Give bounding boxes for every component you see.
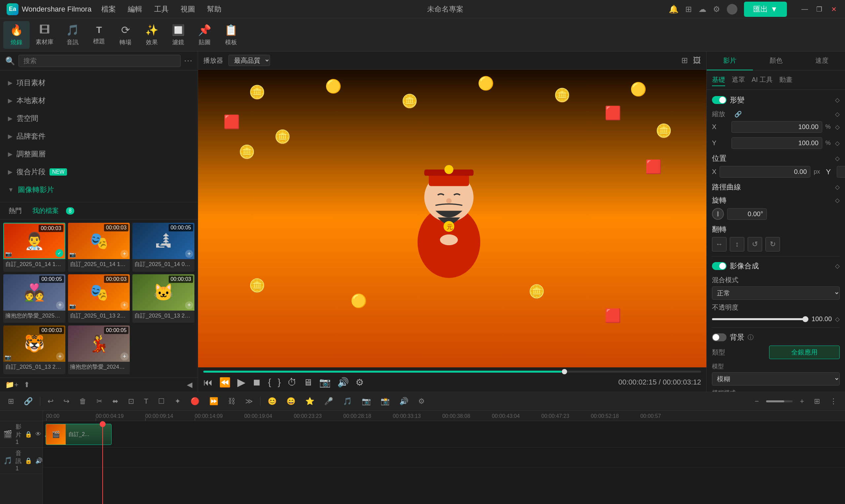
add-btn[interactable]: + xyxy=(121,353,128,360)
eye-icon[interactable]: 👁 xyxy=(35,431,41,438)
step-back-btn[interactable]: ⏪ xyxy=(219,377,231,388)
transform-keyframe-icon[interactable]: ◇ xyxy=(835,96,840,104)
rot-keyframe[interactable]: ◇ xyxy=(835,197,840,204)
toolbar-burn[interactable]: 🔥 燒錄 xyxy=(3,21,30,49)
marker-btn[interactable]: 🔴 xyxy=(188,396,202,407)
flip-vertical-btn[interactable]: ↕ xyxy=(730,237,744,252)
add-btn[interactable]: + xyxy=(121,250,128,258)
grid-view-btn[interactable]: ⊞ xyxy=(811,396,823,407)
link2-btn[interactable]: ⛓ xyxy=(226,396,238,407)
menu-help[interactable]: 幫助 xyxy=(207,4,221,14)
path-keyframe[interactable]: ◇ xyxy=(835,183,840,191)
box-btn[interactable]: ☐ xyxy=(156,396,167,407)
tab-speed[interactable]: 速度 xyxy=(799,52,845,70)
composite-toggle[interactable] xyxy=(712,262,726,270)
menu-tools[interactable]: 工具 xyxy=(154,4,169,14)
model-select[interactable]: 模糊 xyxy=(712,372,840,385)
quality-select[interactable]: 最高品質 xyxy=(229,55,270,66)
transform-toggle[interactable] xyxy=(712,96,726,104)
lock2-icon[interactable]: 🔒 xyxy=(25,457,32,464)
lock-icon[interactable]: 🔒 xyxy=(25,431,32,438)
add-btn[interactable]: + xyxy=(121,301,128,309)
audio-btn[interactable]: 🔊 xyxy=(337,377,349,388)
close-btn[interactable]: ✕ xyxy=(829,5,839,14)
media-item[interactable]: 🐱 00:00:03 + 自訂_2025_01_13 22-... xyxy=(132,274,194,323)
more-btn[interactable]: ≫ xyxy=(242,396,255,407)
face-btn[interactable]: 😊 xyxy=(265,396,279,407)
rotation-dial[interactable] xyxy=(712,208,724,220)
media-item[interactable]: 👨‍⚕️ 00:00:03 📷 ✓ 自訂_2025_01_14 11-... xyxy=(3,223,65,272)
flip-horizontal-btn[interactable]: ↔ xyxy=(712,237,726,252)
vol-btn[interactable]: 🔊 xyxy=(397,396,411,407)
text-btn[interactable]: T xyxy=(141,396,151,407)
camera2-btn[interactable]: 📷 xyxy=(359,396,373,407)
play-btn[interactable]: ▶ xyxy=(237,376,246,389)
playhead[interactable] xyxy=(102,421,103,504)
add-btn[interactable]: + xyxy=(185,301,193,309)
effects2-btn[interactable]: ✦ xyxy=(172,396,183,407)
mic-btn[interactable]: 🎤 xyxy=(322,396,336,407)
media-item[interactable]: 🎭 00:00:03 📷 + 自訂_2025_01_13 22-... xyxy=(68,274,130,323)
progress-thumb[interactable] xyxy=(562,369,567,374)
media-item[interactable]: 🏞 00:00:05 + 自訂_2025_01_14 09-... xyxy=(132,223,194,272)
export-button[interactable]: 匯出 ▼ xyxy=(744,2,787,17)
tab-compound[interactable]: ▶ 復合片段 NEW xyxy=(0,163,198,181)
zoom-out-btn[interactable]: − xyxy=(752,396,761,407)
search-input[interactable] xyxy=(18,55,181,67)
tab-video[interactable]: 影片 xyxy=(707,52,753,70)
toolbar-effects[interactable]: ✨ 效果 xyxy=(139,21,165,49)
tab-local-media[interactable]: ▶ 本地素材 xyxy=(0,92,198,110)
emoji-btn[interactable]: 😄 xyxy=(284,396,298,407)
media-item[interactable]: 🎭 00:00:03 📷 + 自訂_2025_01_14 10-... xyxy=(68,223,130,272)
toolbar-sticker[interactable]: 📌 貼圖 xyxy=(192,21,218,49)
rotation-input[interactable] xyxy=(727,208,767,220)
settings3-btn[interactable]: ⚙ xyxy=(416,396,428,407)
tab-adjustment[interactable]: ▶ 調整圖層 xyxy=(0,145,198,163)
x-keyframe[interactable]: ◇ xyxy=(835,123,840,131)
scale-x-input[interactable] xyxy=(732,121,822,133)
redo-btn[interactable]: ↪ xyxy=(61,396,72,407)
notify-icon[interactable]: 🔔 xyxy=(669,5,679,14)
scale-keyframe[interactable]: ◇ xyxy=(835,111,840,118)
cut-btn[interactable]: ✂ xyxy=(94,396,105,407)
subtab-basic[interactable]: 基礎 xyxy=(712,74,725,86)
minimize-btn[interactable]: — xyxy=(800,5,809,14)
menu-edit[interactable]: 編輯 xyxy=(128,4,142,14)
full-apply-btn[interactable]: 全銀應用 xyxy=(769,346,840,359)
vol-mute-icon[interactable]: 🔊 xyxy=(35,457,42,464)
link-btn[interactable]: 🔗 xyxy=(21,396,35,407)
tab-color[interactable]: 顏色 xyxy=(753,52,799,70)
grid-icon[interactable]: ⊞ xyxy=(681,56,688,65)
myfiles-tab[interactable]: 我的檔案 xyxy=(29,205,62,217)
toolbar-title[interactable]: T 標題 xyxy=(86,22,112,48)
tab-image-video[interactable]: ▼ 圖像轉影片 xyxy=(0,181,198,199)
progress-bar[interactable] xyxy=(203,371,701,373)
add-btn[interactable]: + xyxy=(56,353,64,360)
tab-cloud[interactable]: ▶ 雲空間 xyxy=(0,110,198,127)
toolbar-transition[interactable]: ⟳ 轉場 xyxy=(112,21,139,49)
screen-icon[interactable]: ⊞ xyxy=(685,5,692,14)
opacity-thumb[interactable] xyxy=(803,316,808,322)
composite-keyframe[interactable]: ◇ xyxy=(835,263,840,270)
stop-btn[interactable]: ⏹ xyxy=(252,377,262,388)
user-avatar[interactable] xyxy=(727,4,737,15)
audio2-btn[interactable]: 🎵 xyxy=(340,396,355,407)
add-folder-btn[interactable]: 📁+ xyxy=(5,381,18,389)
speed2-btn[interactable]: ⏩ xyxy=(206,396,221,407)
snapshot2-btn[interactable]: 📸 xyxy=(378,396,392,407)
chroma-toggle[interactable] xyxy=(712,334,726,341)
crop-btn[interactable]: ⊡ xyxy=(125,396,137,407)
rotate-cw-btn[interactable]: ↻ xyxy=(766,237,780,252)
scale-y-input[interactable] xyxy=(732,137,822,149)
star-btn[interactable]: ⭐ xyxy=(303,396,317,407)
speed-btn[interactable]: ⏱ xyxy=(288,377,297,388)
add-btn[interactable]: + xyxy=(185,250,193,258)
snap-btn[interactable]: ⊞ xyxy=(5,396,17,407)
pos-x-input[interactable] xyxy=(720,166,810,178)
media-item[interactable]: 💃 00:00:05 + 擁抱您的摯愛_2024_1... xyxy=(68,325,130,374)
blend-mode-select[interactable]: 正常 xyxy=(712,287,840,300)
more-options-btn[interactable]: ⋯ xyxy=(184,56,193,66)
opacity-keyframe[interactable]: ◇ xyxy=(835,316,840,323)
chroma-info-icon[interactable]: ⓘ xyxy=(748,334,754,341)
hot-tab[interactable]: 熱門 xyxy=(5,205,25,217)
